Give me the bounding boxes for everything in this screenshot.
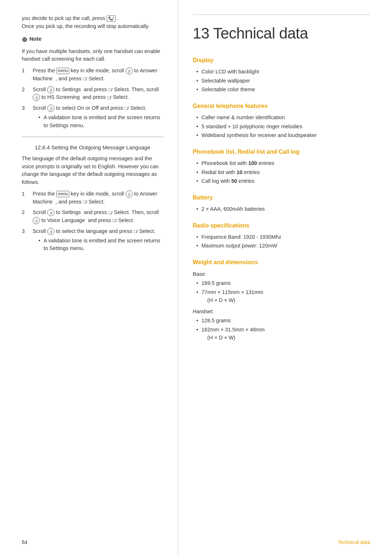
note-box: ⊚ Note bbox=[22, 35, 163, 45]
scroll-icon-5: ⨔ bbox=[126, 190, 133, 198]
note-content: If you have multiple handsets, only one … bbox=[22, 48, 163, 64]
note-label: Note bbox=[29, 35, 41, 43]
general-telephone-list: Caller name & number identification 5 st… bbox=[193, 114, 370, 140]
subsection-body: The language of the default outgoing mes… bbox=[22, 155, 163, 186]
footer-label: Technical data bbox=[338, 539, 370, 545]
select-icon-2: □/ bbox=[109, 86, 113, 93]
step-2-3: 3 Scroll ⨔ to select the language and pr… bbox=[22, 227, 163, 253]
battery-heading: Battery bbox=[193, 193, 370, 202]
steps-list-2: 1 Press the menu key in idle mode, scrol… bbox=[22, 190, 163, 253]
select-icon-5: □/ bbox=[83, 198, 87, 206]
subsection-title: 12.6.4 Setting the Outgoing Message Lang… bbox=[22, 144, 163, 152]
chapter-title: 13 Technical data bbox=[193, 21, 370, 45]
page: you decide to pick up the call, press 📞/… bbox=[0, 0, 392, 556]
display-list: Color LCD with backlight Selectable wall… bbox=[193, 68, 370, 94]
weight-handset-label: Handset: bbox=[193, 307, 370, 315]
weight-heading: Weight and dimensions bbox=[193, 258, 370, 267]
battery-list: 2 × AAA, 600mAh batteries bbox=[193, 205, 370, 213]
phonebook-list: Phonebook list with 100 entries Redial l… bbox=[193, 160, 370, 185]
section-weight: Weight and dimensions Base: 189.5 grams … bbox=[193, 258, 370, 342]
step-1-3: 3 Scroll ⨔ to select On or Off and press… bbox=[22, 104, 163, 130]
general-telephone-heading: General telephone features bbox=[193, 102, 370, 111]
menu-key-icon: menu bbox=[56, 68, 69, 74]
step-1-1: 1 Press the menu key in idle mode, scrol… bbox=[22, 67, 163, 83]
step-2-1: 1 Press the menu key in idle mode, scrol… bbox=[22, 190, 163, 206]
weight-base-list: 189.5 grams 77mm × 115mm × 131mm (H × D … bbox=[193, 279, 370, 304]
page-footer: 64 Technical data bbox=[22, 539, 370, 545]
page-number: 64 bbox=[22, 539, 28, 545]
talk-button-icon: 📞/ bbox=[107, 15, 116, 22]
display-heading: Display bbox=[193, 56, 370, 65]
scroll-icon-3: ⨔ bbox=[33, 94, 40, 101]
scroll-icon: ⨔ bbox=[126, 67, 133, 74]
left-column: you decide to pick up the call, press 📞/… bbox=[0, 0, 178, 556]
radio-list: Frequence Band: 1920 - 1930Mhz Maximum o… bbox=[193, 233, 370, 250]
step-1-2: 2 Scroll ⨔ to Settings and press □/ Sele… bbox=[22, 86, 163, 102]
scroll-icon-6: ⨔ bbox=[47, 209, 54, 216]
menu-key-icon-2: menu bbox=[56, 191, 69, 197]
section-phonebook: Phonebook list, Redial list and Call log… bbox=[193, 148, 370, 185]
phonebook-heading: Phonebook list, Redial list and Call log bbox=[193, 148, 370, 157]
scroll-icon-8: ⨔ bbox=[47, 228, 54, 235]
select-icon-7: □/ bbox=[113, 217, 117, 224]
select-icon-4: □/ bbox=[124, 105, 128, 112]
top-divider bbox=[193, 15, 370, 15]
steps-list-1: 1 Press the menu key in idle mode, scrol… bbox=[22, 67, 163, 130]
section-general-telephone: General telephone features Caller name &… bbox=[193, 102, 370, 140]
note-icon: ⊚ bbox=[22, 35, 27, 45]
intro-paragraph: you decide to pick up the call, press 📞/… bbox=[22, 15, 163, 31]
sub-bullet-2: A validation tone is emitted and the scr… bbox=[33, 237, 163, 253]
divider-1 bbox=[22, 137, 163, 137]
weight-handset-list: 128.5 grams 162mm × 31.5mm × 48mm (H × D… bbox=[193, 317, 370, 342]
radio-heading: Radio specifications bbox=[193, 221, 370, 230]
section-radio: Radio specifications Frequence Band: 192… bbox=[193, 221, 370, 250]
section-display: Display Color LCD with backlight Selecta… bbox=[193, 56, 370, 94]
scroll-icon-2: ⨔ bbox=[47, 86, 54, 93]
scroll-icon-4: ⨔ bbox=[47, 105, 54, 112]
right-column: 13 Technical data Display Color LCD with… bbox=[178, 0, 392, 556]
weight-base-label: Base: bbox=[193, 270, 370, 278]
select-icon-8: □/ bbox=[134, 228, 138, 235]
section-battery: Battery 2 × AAA, 600mAh batteries bbox=[193, 193, 370, 213]
sub-bullet-1: A validation tone is emitted and the scr… bbox=[33, 114, 163, 130]
select-icon-6: □/ bbox=[109, 209, 113, 217]
scroll-icon-7: ⨔ bbox=[33, 217, 40, 224]
select-icon-3: □/ bbox=[107, 94, 111, 101]
step-2-2: 2 Scroll ⨔ to Settings and press □/ Sele… bbox=[22, 209, 163, 225]
select-icon: □/ bbox=[83, 75, 87, 82]
